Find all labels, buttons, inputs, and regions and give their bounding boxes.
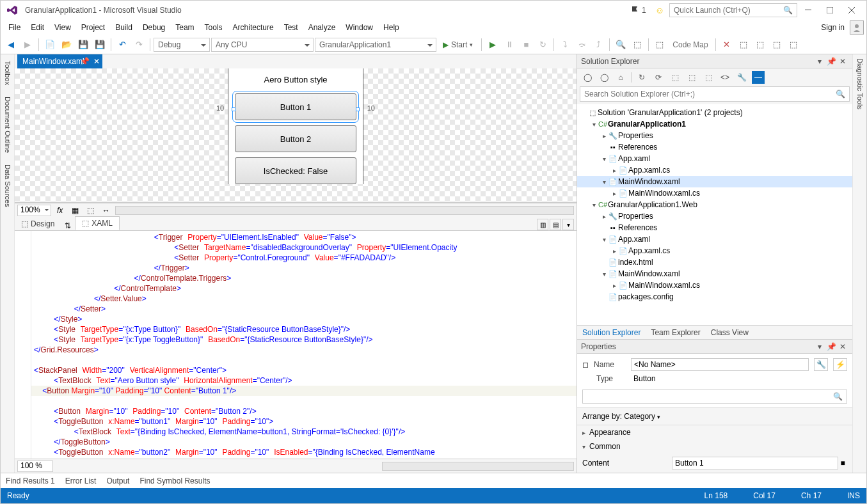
content-input[interactable]	[672, 457, 838, 469]
design-tab[interactable]: ⬚ Design	[15, 217, 61, 230]
stop-button[interactable]: ■	[518, 37, 534, 52]
menu-file[interactable]: File	[3, 22, 26, 33]
se-code-button[interactable]: <>	[719, 71, 731, 84]
node-mainxamlcs1[interactable]: ▸📄MainWindow.xaml.cs	[577, 187, 852, 199]
se-selected-button[interactable]: —	[752, 71, 765, 84]
codemap-icon[interactable]: ⬚	[652, 37, 667, 52]
quick-launch[interactable]: 🔍	[669, 3, 797, 17]
menu-help[interactable]: Help	[378, 22, 404, 33]
arrange-by[interactable]: Arrange by: Category ▾	[577, 407, 852, 425]
tool-icon-4[interactable]: ⬚	[769, 37, 784, 52]
designer-zoom-combo[interactable]: 100%	[17, 205, 51, 216]
document-tab-mainwindow[interactable]: MainWindow.xaml* 📌 ✕	[17, 54, 102, 68]
menu-test[interactable]: Test	[279, 22, 303, 33]
nav-back-button[interactable]: ◀	[3, 37, 19, 52]
effects-toggle[interactable]: fx	[54, 205, 67, 216]
open-file-button[interactable]: 📂	[59, 37, 74, 52]
new-project-button[interactable]: 📄	[42, 37, 58, 52]
menu-edit[interactable]: Edit	[26, 22, 49, 33]
find-in-files-button[interactable]: 🔍	[613, 37, 628, 52]
code-scrollbar[interactable]	[382, 462, 574, 471]
tool-icon-3[interactable]: ⬚	[752, 37, 768, 52]
props-close-button[interactable]: ✕	[837, 342, 848, 351]
pause-button[interactable]: ⏸	[502, 37, 517, 52]
node-appxamlcs2[interactable]: ▸📄App.xaml.cs	[577, 245, 852, 256]
se-refresh-button[interactable]: ⟳	[652, 71, 665, 84]
feedback-icon[interactable]: ☺	[655, 5, 664, 15]
node-solution[interactable]: ⬚Solution 'GranularApplication1' (2 proj…	[577, 107, 852, 118]
design-canvas[interactable]: Aero Button style Button 1 Button 2 IsCh…	[15, 68, 577, 202]
pane-menu-button[interactable]: ▾	[814, 57, 825, 66]
tab-error-list[interactable]: Error List	[65, 476, 97, 485]
undo-button[interactable]: ↶	[115, 37, 130, 52]
solution-explorer-search[interactable]: 🔍	[580, 86, 850, 102]
quick-launch-input[interactable]	[674, 6, 783, 15]
preview-button-3[interactable]: IsChecked: False	[235, 157, 356, 184]
se-tab-team[interactable]: Team Explorer	[646, 326, 705, 339]
se-search-input[interactable]	[584, 90, 836, 98]
avatar-icon[interactable]	[850, 20, 864, 35]
se-preview-button[interactable]: ⬚	[702, 71, 715, 84]
se-showall-button[interactable]: ⬚	[685, 71, 698, 84]
tool-icon-5[interactable]: ⬚	[786, 37, 801, 52]
tab-output[interactable]: Output	[106, 476, 129, 485]
start-without-debug-button[interactable]: ▶	[485, 37, 500, 52]
data-sources-tab[interactable]: Data Sources	[3, 162, 13, 210]
properties-search-input[interactable]	[587, 392, 833, 401]
collapse-pane-button[interactable]: ▾	[562, 219, 574, 230]
node-appxamlcs1[interactable]: ▸📄App.xaml.cs	[577, 164, 852, 176]
step-out-button[interactable]: ⤴	[591, 37, 606, 52]
preview-button-2[interactable]: Button 2	[235, 125, 356, 152]
name-input[interactable]	[631, 358, 809, 371]
close-icon[interactable]: ✕	[93, 57, 100, 66]
snap-toggle[interactable]: ⬚	[84, 205, 97, 216]
snaplines-toggle[interactable]: ↔	[100, 205, 113, 216]
se-back-button[interactable]: ◯	[581, 71, 594, 84]
menu-debug[interactable]: Debug	[138, 22, 170, 33]
step-into-button[interactable]: ⤵	[557, 37, 573, 52]
designer-scrollbar[interactable]	[115, 206, 574, 215]
node-appxaml1[interactable]: ▾📄App.xaml	[577, 153, 852, 164]
pin-icon[interactable]: 📌	[80, 57, 90, 66]
node-properties2[interactable]: ▸🔧Properties	[577, 210, 852, 222]
props-menu-button[interactable]: ▾	[814, 342, 825, 351]
node-packages[interactable]: 📄packages.config	[577, 291, 852, 303]
node-project1[interactable]: ▾C#GranularApplication1	[577, 118, 852, 130]
menu-project[interactable]: Project	[76, 22, 110, 33]
codemap-label[interactable]: Code Map	[669, 40, 712, 49]
solution-tree[interactable]: ⬚Solution 'GranularApplication1' (2 proj…	[577, 104, 852, 325]
menu-build[interactable]: Build	[110, 22, 138, 33]
pin-pane-button[interactable]: 📌	[825, 57, 837, 66]
toolbox-tab[interactable]: Toolbox	[3, 58, 13, 88]
menu-architecture[interactable]: Architecture	[228, 22, 279, 33]
se-tab-classview[interactable]: Class View	[706, 326, 754, 339]
node-properties1[interactable]: ▸🔧Properties	[577, 130, 852, 141]
toggle-bookmark-button[interactable]: ⬚	[630, 37, 645, 52]
menu-window[interactable]: Window	[340, 22, 378, 33]
save-all-button[interactable]: 💾	[92, 37, 107, 52]
node-project2[interactable]: ▾C#GranularApplication1.Web	[577, 199, 852, 210]
se-home-button[interactable]: ⌂	[614, 71, 627, 84]
split-vertical-button[interactable]: ▥	[537, 219, 548, 230]
nav-forward-button[interactable]: ▶	[20, 37, 35, 52]
menu-analyze[interactable]: Analyze	[303, 22, 341, 33]
se-forward-button[interactable]: ◯	[598, 71, 610, 84]
startup-project-combo[interactable]: GranularApplication1	[315, 38, 436, 52]
node-appxaml2[interactable]: ▾📄App.xaml	[577, 233, 852, 245]
save-button[interactable]: 💾	[76, 37, 91, 52]
resize-handle-left[interactable]	[232, 107, 235, 111]
sign-in-link[interactable]: Sign in	[816, 22, 850, 33]
grid-toggle[interactable]: ▦	[69, 205, 82, 216]
close-pane-button[interactable]: ✕	[837, 57, 848, 66]
property-marker-icon[interactable]: ■	[838, 459, 847, 468]
properties-search[interactable]: 🔍	[582, 390, 847, 404]
xaml-tab[interactable]: ⬚ XAML	[75, 216, 120, 230]
tab-find-symbol[interactable]: Find Symbol Results	[139, 476, 210, 485]
menu-team[interactable]: Team	[170, 22, 199, 33]
tool-icon-1[interactable]: ✕	[719, 37, 735, 52]
minimize-button[interactable]	[797, 3, 819, 17]
redo-button[interactable]: ↷	[131, 37, 147, 52]
node-mainxamlcs2[interactable]: ▸📄MainWindow.xaml.cs	[577, 280, 852, 291]
split-horizontal-button[interactable]: ▤	[550, 219, 561, 230]
xaml-editor[interactable]: <Trigger Property="UIElement.IsEnabled" …	[15, 231, 577, 459]
